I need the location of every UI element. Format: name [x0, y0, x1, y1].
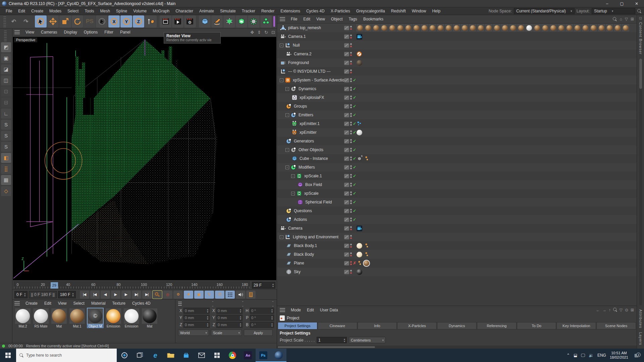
- taskbar-app-taskview[interactable]: [132, 349, 148, 362]
- object-row-spherical-field[interactable]: Spherical Field✓: [277, 198, 637, 206]
- lock-z-icon[interactable]: Z: [133, 15, 144, 27]
- project-scale-unit-select[interactable]: Centimeters▾: [349, 337, 386, 343]
- om-search-icon[interactable]: [613, 17, 617, 21]
- texture-tag-12[interactable]: [453, 24, 460, 32]
- layer-toggle-icon[interactable]: [344, 226, 349, 231]
- tray-tablet-icon[interactable]: ⬓: [574, 353, 577, 358]
- toolbar-grip[interactable]: [3, 16, 6, 27]
- texture-tag-5[interactable]: [396, 24, 404, 32]
- row-toggles[interactable]: ✓: [344, 217, 356, 222]
- texture-tag-0[interactable]: [356, 24, 364, 32]
- taskbar-app-explorer[interactable]: [163, 349, 178, 362]
- maximize-button[interactable]: ▢: [614, 0, 629, 7]
- expander-icon[interactable]: −: [285, 87, 289, 91]
- points-mode-icon[interactable]: ⊡: [1, 86, 11, 97]
- deformer-icon[interactable]: [248, 15, 259, 27]
- edges-mode-icon[interactable]: ⊟: [1, 98, 11, 108]
- enable-check-icon[interactable]: ✓: [353, 121, 356, 126]
- visibility-dots[interactable]: [350, 244, 352, 248]
- om-vertical-scrollbar[interactable]: [639, 59, 642, 305]
- enable-check-icon[interactable]: ✓: [353, 217, 356, 222]
- last-tool-icon[interactable]: PS: [84, 15, 95, 27]
- object-row-cube-instance[interactable]: Cube - Instance✓6: [277, 154, 637, 163]
- tab-content-browser[interactable]: Content Browser: [639, 20, 643, 57]
- mat-menu-view[interactable]: View: [55, 301, 70, 306]
- end-frame-field[interactable]: 180 F▴▾: [58, 291, 76, 298]
- texture-mode-icon[interactable]: ◪: [1, 64, 11, 74]
- texture-tag-11[interactable]: [445, 24, 452, 32]
- layer-toggle-icon[interactable]: [344, 200, 349, 204]
- texture-tag-29[interactable]: [590, 24, 597, 32]
- expander-icon[interactable]: −: [280, 235, 283, 239]
- layer-toggle-icon[interactable]: [344, 235, 349, 239]
- am-horizontal-scrollbar[interactable]: [277, 346, 637, 349]
- render-settings-icon[interactable]: ⚙: [184, 15, 196, 27]
- menu-extensions[interactable]: Extensions: [277, 9, 303, 13]
- chip-dots-orange[interactable]: [356, 260, 362, 266]
- material-menu-icon[interactable]: [14, 301, 20, 305]
- mat-menu-cycles-4d[interactable]: Cycles 4D: [129, 301, 154, 306]
- enable-check-icon[interactable]: ✓: [353, 156, 356, 161]
- object-row--insydium-ltd-[interactable]: --- © INSYDIUM LTD ---: [277, 67, 637, 76]
- chip-no-entry[interactable]: [356, 51, 362, 57]
- layout-select[interactable]: Startup▾: [592, 8, 635, 14]
- object-row-generators[interactable]: Generators✓: [277, 137, 637, 145]
- key-rotation-button[interactable]: ↻: [205, 291, 214, 299]
- coord-system-icon[interactable]: [145, 15, 156, 27]
- visibility-dots[interactable]: [350, 226, 352, 230]
- row-toggles[interactable]: [344, 252, 352, 257]
- menu-greyscalegorilla[interactable]: Greyscalegorilla: [353, 9, 388, 13]
- menu-x-particles[interactable]: X-Particles: [328, 9, 353, 13]
- taskbar-search[interactable]: Type here to search: [16, 349, 117, 362]
- next-frame-button[interactable]: ▶: [121, 291, 131, 299]
- texture-tag-32[interactable]: [614, 24, 621, 32]
- om-panel-icon[interactable]: ⊞: [631, 17, 634, 21]
- layer-toggle-icon[interactable]: [344, 78, 349, 82]
- texture-tag-26[interactable]: [566, 24, 573, 32]
- chip-sphere-cream[interactable]: [356, 243, 362, 249]
- layer-toggle-icon[interactable]: [344, 104, 349, 109]
- menu-edit[interactable]: Edit: [15, 9, 28, 13]
- object-row-black-body[interactable]: Black Body: [277, 250, 637, 259]
- chip-sphere-black[interactable]: [356, 269, 362, 275]
- object-row-camera-2[interactable]: Camera.2: [277, 50, 637, 58]
- texture-tag-31[interactable]: [606, 24, 613, 32]
- row-tags[interactable]: [356, 243, 369, 249]
- project-scale-field[interactable]: 1▴▾: [317, 337, 347, 343]
- enable-check-icon[interactable]: ✓: [353, 191, 356, 196]
- texture-tag-25[interactable]: [557, 24, 565, 32]
- notification-center-icon[interactable]: ▤2: [632, 353, 641, 358]
- coord-field-y1[interactable]: 0 mm▴▾: [216, 315, 243, 321]
- om-home-icon[interactable]: ⌂: [620, 17, 622, 21]
- key-scale-button[interactable]: ▣: [194, 291, 204, 299]
- layer-toggle-icon[interactable]: [344, 26, 349, 30]
- taskbar-clock[interactable]: 10:51 AM18/02/2021: [610, 351, 628, 360]
- material-thumb-5[interactable]: Emission: [105, 308, 122, 328]
- row-toggles[interactable]: ✓: [344, 113, 356, 117]
- object-row-plane[interactable]: Plane✗: [277, 259, 637, 267]
- om-menu-view[interactable]: View: [313, 17, 328, 21]
- rail-grip[interactable]: [4, 30, 7, 41]
- layer-toggle-icon[interactable]: [344, 174, 349, 178]
- enable-check-icon[interactable]: ✓: [353, 147, 356, 152]
- chip-dots-orange[interactable]: [363, 243, 369, 249]
- row-toggles[interactable]: ✓: [344, 130, 356, 135]
- object-row-camera-1[interactable]: Camera.1: [277, 32, 637, 41]
- layer-toggle-icon[interactable]: [344, 209, 349, 213]
- texture-tag-28[interactable]: [582, 24, 589, 32]
- menu-volume[interactable]: Volume: [130, 9, 150, 13]
- material-thumb-6[interactable]: Emission: [123, 308, 140, 328]
- render-view-icon[interactable]: [160, 15, 171, 27]
- texture-tag-3[interactable]: [380, 24, 388, 32]
- row-toggles[interactable]: ✓: [344, 95, 356, 100]
- mat-menu-material[interactable]: Material: [88, 301, 109, 306]
- row-toggles[interactable]: ✓: [344, 78, 356, 82]
- live-selection-icon[interactable]: [35, 15, 46, 27]
- object-row-foreground[interactable]: Foreground: [277, 58, 637, 67]
- coord-field-p1[interactable]: 0 °▴▾: [250, 315, 274, 321]
- enable-check-icon[interactable]: ✓: [353, 174, 356, 178]
- viewport-camera-label[interactable]: Perspective: [14, 38, 37, 42]
- row-toggles[interactable]: [344, 61, 352, 65]
- enable-check-icon[interactable]: ✓: [353, 78, 356, 82]
- texture-tag-2[interactable]: [372, 24, 380, 32]
